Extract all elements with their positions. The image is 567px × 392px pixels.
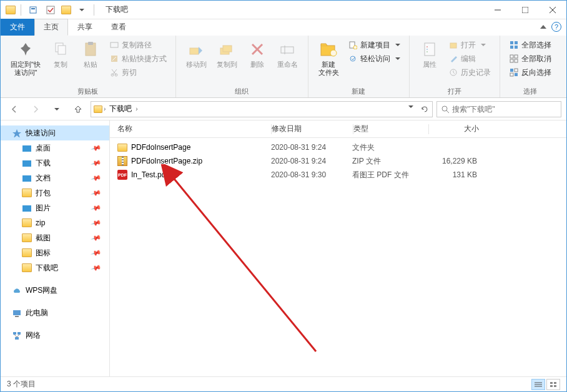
file-list: PDFdoInsertPage2020-08-31 9:24文件夹PDFdoIn… (110, 138, 566, 376)
sidebar-quickaccess[interactable]: 快速访问 (1, 125, 109, 140)
pasteshortcut-button[interactable]: 粘贴快捷方式 (107, 52, 169, 66)
view-details-button[interactable] (531, 379, 545, 390)
folder-icon (22, 174, 32, 182)
sidebar-item[interactable]: zip📌 (1, 215, 109, 230)
svg-rect-44 (515, 69, 518, 72)
folder-icon (22, 159, 32, 167)
history-button[interactable]: 历史记录 (446, 66, 493, 79)
svg-rect-49 (22, 145, 31, 152)
sidebar-item[interactable]: 桌面📌 (1, 140, 109, 155)
svg-line-59 (17, 335, 19, 337)
svg-rect-64 (550, 382, 553, 384)
svg-line-16 (112, 69, 116, 75)
sidebar-item[interactable]: 截图📌 (1, 230, 109, 245)
help-icon[interactable]: ? (551, 22, 561, 32)
col-type[interactable]: 类型 (353, 124, 428, 134)
qat-checkbox-icon[interactable] (44, 3, 57, 17)
selectnone-button[interactable]: 全部取消 (506, 52, 554, 66)
svg-rect-11 (111, 42, 118, 47)
copyto-button[interactable]: 复制到 (213, 38, 241, 70)
newitem-button[interactable]: 新建项目 (345, 38, 403, 52)
sidebar-item[interactable]: 图标📌 (1, 245, 109, 260)
titlebar: 下载吧 (1, 1, 566, 19)
breadcrumb-dropdown[interactable] (408, 105, 413, 108)
network-icon (12, 331, 22, 340)
close-button[interactable] (539, 1, 566, 19)
rename-button[interactable]: 重命名 (274, 38, 302, 70)
paste-button[interactable]: 粘贴 (77, 38, 104, 70)
tab-home[interactable]: 主页 (34, 19, 68, 36)
col-size[interactable]: 大小 (429, 124, 491, 134)
collapse-ribbon-icon[interactable] (540, 25, 546, 29)
col-date[interactable]: 修改日期 (272, 124, 353, 134)
copy-button[interactable]: 复制 (47, 38, 74, 70)
group-open-label: 打开 (416, 86, 493, 96)
crumb-root[interactable]: 下载吧 (107, 102, 134, 115)
edit-button[interactable]: 编辑 (446, 52, 493, 66)
svg-rect-50 (22, 160, 31, 167)
delete-icon (247, 39, 267, 59)
sidebar-thispc[interactable]: 此电脑 (1, 305, 109, 320)
sidebar-item[interactable]: 文档📌 (1, 170, 109, 185)
file-row[interactable]: PDFdoInsertPage.zip2020-08-31 9:24ZIP 文件… (110, 154, 566, 168)
sidebar-network[interactable]: 网络 (1, 328, 109, 343)
back-button[interactable] (6, 100, 23, 118)
file-row[interactable]: PDFIn_Test.pdf2020-08-31 9:30看图王 PDF 文件1… (110, 168, 566, 182)
delete-button[interactable]: 删除 (244, 38, 271, 70)
svg-point-28 (350, 56, 355, 61)
newfolder-button[interactable]: 新建 文件夹 (315, 38, 343, 78)
recent-dropdown[interactable] (48, 100, 66, 118)
tab-file[interactable]: 文件 (1, 19, 34, 36)
tab-share[interactable]: 共享 (68, 19, 102, 36)
sidebar-wps[interactable]: WPS网盘 (1, 283, 109, 298)
refresh-icon[interactable] (420, 104, 430, 114)
folder-icon (22, 218, 32, 227)
crumb-sep-icon[interactable]: › (104, 105, 106, 112)
crumb-sep-icon[interactable]: › (136, 105, 137, 112)
breadcrumb[interactable]: › 下载吧 › (91, 101, 433, 117)
qat-folder-icon[interactable] (61, 6, 71, 14)
svg-rect-40 (515, 55, 518, 58)
svg-rect-45 (510, 73, 513, 76)
invert-button[interactable]: 反向选择 (506, 66, 554, 79)
up-button[interactable] (69, 100, 87, 118)
copypath-button[interactable]: 复制路径 (107, 38, 169, 52)
svg-line-15 (112, 69, 117, 75)
pin-icon: 📌 (91, 187, 102, 198)
sidebar-item-label: zip (36, 218, 45, 227)
file-type: ZIP 文件 (352, 156, 427, 167)
cut-button[interactable]: 剪切 (107, 66, 169, 79)
pc-icon (12, 308, 22, 317)
file-row[interactable]: PDFdoInsertPage2020-08-31 9:24文件夹 (110, 140, 566, 154)
open-button[interactable]: 打开 (446, 38, 493, 52)
col-name[interactable]: 名称 (115, 124, 271, 134)
svg-rect-53 (13, 310, 21, 315)
sidebar-item[interactable]: 下载📌 (1, 155, 109, 170)
addressbar: › 下载吧 › (1, 98, 566, 120)
search-input[interactable] (452, 105, 557, 114)
invert-icon (509, 67, 519, 77)
column-headers: 名称 修改日期 类型 大小 (110, 120, 566, 138)
tab-view[interactable]: 查看 (102, 19, 136, 36)
view-thumbnails-button[interactable] (546, 379, 560, 390)
sidebar-item[interactable]: 下载吧📌 (1, 260, 109, 275)
forward-button[interactable] (27, 100, 44, 118)
sidebar-item[interactable]: 打包📌 (1, 185, 109, 200)
moveto-button[interactable]: 移动到 (182, 38, 210, 70)
sidebar: 快速访问 桌面📌下载📌文档📌打包📌图片📌zip📌截图📌图标📌下载吧📌 WPS网盘… (1, 120, 110, 376)
sidebar-item[interactable]: 图片📌 (1, 200, 109, 215)
star-icon (12, 129, 22, 137)
easyaccess-button[interactable]: 轻松访问 (345, 52, 403, 66)
rename-icon (277, 39, 297, 59)
folder-icon (22, 189, 32, 197)
pin-to-quickaccess-button[interactable]: 固定到"快 速访问" (7, 38, 44, 78)
selectall-button[interactable]: 全部选择 (506, 38, 554, 52)
maximize-button[interactable] (511, 1, 539, 19)
properties-button[interactable]: 属性 (416, 38, 443, 70)
qat-properties-icon[interactable] (26, 3, 40, 17)
minimize-button[interactable] (484, 1, 511, 19)
qat-dropdown[interactable] (75, 3, 89, 17)
sidebar-item-label: 下载 (36, 158, 51, 169)
search-box[interactable] (436, 101, 561, 117)
ribbon: 固定到"快 速访问" 复制 粘贴 复制路径 粘贴快捷方式 剪切 剪贴板 移动到 (1, 36, 566, 98)
